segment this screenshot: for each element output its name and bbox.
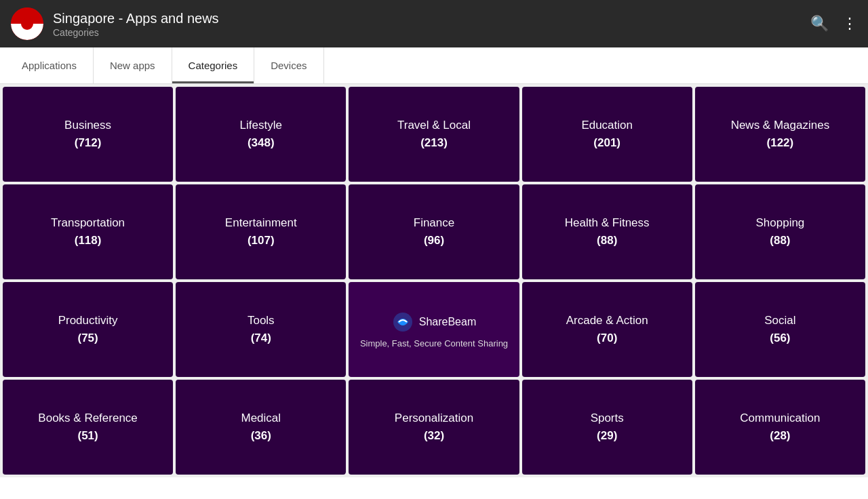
category-card[interactable]: Entertainment (107) xyxy=(176,184,346,279)
category-card[interactable]: Education (201) xyxy=(522,87,692,182)
category-name: News & Magazines xyxy=(731,119,830,132)
category-card[interactable]: Medical (36) xyxy=(176,380,346,475)
category-count: (96) xyxy=(424,234,444,247)
category-count: (51) xyxy=(77,429,98,443)
category-card[interactable]: Business (712) xyxy=(3,87,173,182)
category-count: (712) xyxy=(75,136,102,150)
categories-grid: Business (712) Lifestyle (348) Travel & … xyxy=(0,84,868,477)
category-count: (118) xyxy=(75,234,102,247)
category-count: (122) xyxy=(767,136,794,150)
header-actions: 🔍 ⋮ xyxy=(810,15,857,33)
category-card[interactable]: Communication (28) xyxy=(695,380,865,475)
category-name: Transportation xyxy=(51,216,125,230)
category-count: (56) xyxy=(770,332,790,345)
category-card[interactable]: Health & Fitness (88) xyxy=(522,184,692,279)
tab-devices[interactable]: Devices xyxy=(254,47,323,83)
category-name: Arcade & Action xyxy=(566,314,648,327)
category-name: Travel & Local xyxy=(397,119,471,132)
category-name: Productivity xyxy=(58,314,118,327)
category-card[interactable]: Sports (29) xyxy=(522,380,692,475)
header-subtitle: Categories xyxy=(53,27,810,38)
category-card[interactable]: Personalization (32) xyxy=(349,380,519,475)
category-card[interactable]: ShareBeam Simple, Fast, Secure Content S… xyxy=(349,282,519,377)
category-count: (348) xyxy=(248,136,275,150)
more-options-icon[interactable]: ⋮ xyxy=(842,15,857,33)
category-card[interactable]: News & Magazines (122) xyxy=(695,87,865,182)
category-name: Communication xyxy=(740,412,820,425)
header-text: Singapore - Apps and news Categories xyxy=(53,9,810,38)
category-name: Personalization xyxy=(395,412,473,425)
ad-tagline: Simple, Fast, Secure Content Sharing xyxy=(360,338,508,348)
header: Singapore - Apps and news Categories 🔍 ⋮ xyxy=(0,0,868,47)
nav-tabs: Applications New apps Categories Devices xyxy=(0,47,868,84)
tab-categories[interactable]: Categories xyxy=(172,47,255,83)
category-count: (213) xyxy=(420,136,448,150)
app-logo xyxy=(11,7,43,40)
category-card[interactable]: Shopping (88) xyxy=(695,184,865,279)
category-count: (75) xyxy=(77,332,98,345)
category-name: Books & Reference xyxy=(38,412,137,425)
category-name: Sports xyxy=(591,412,624,425)
category-card[interactable]: Transportation (118) xyxy=(3,184,173,279)
search-icon[interactable]: 🔍 xyxy=(810,15,829,33)
sharebeam-icon xyxy=(392,311,414,333)
category-name: Entertainment xyxy=(225,216,297,230)
category-card[interactable]: Finance (96) xyxy=(349,184,519,279)
category-count: (70) xyxy=(597,332,617,345)
category-count: (201) xyxy=(593,136,620,150)
category-card[interactable]: Arcade & Action (70) xyxy=(522,282,692,377)
category-count: (28) xyxy=(770,429,790,443)
category-count: (88) xyxy=(770,234,790,247)
category-card[interactable]: Productivity (75) xyxy=(3,282,173,377)
category-name: Social xyxy=(764,314,795,327)
ad-brand-name: ShareBeam xyxy=(419,316,477,328)
ad-logo: ShareBeam xyxy=(392,311,477,333)
category-card[interactable]: Social (56) xyxy=(695,282,865,377)
category-name: Finance xyxy=(414,216,454,230)
category-count: (107) xyxy=(248,234,275,247)
category-count: (74) xyxy=(251,332,271,345)
category-card[interactable]: Tools (74) xyxy=(176,282,346,377)
category-card[interactable]: Travel & Local (213) xyxy=(349,87,519,182)
tab-new-apps[interactable]: New apps xyxy=(94,47,172,83)
category-name: Lifestyle xyxy=(240,119,282,132)
category-card[interactable]: Lifestyle (348) xyxy=(176,87,346,182)
category-card[interactable]: Books & Reference (51) xyxy=(3,380,173,475)
category-name: Medical xyxy=(241,412,281,425)
category-name: Shopping xyxy=(755,216,804,230)
category-name: Health & Fitness xyxy=(565,216,650,230)
category-count: (29) xyxy=(597,429,617,443)
category-count: (32) xyxy=(424,429,444,443)
category-count: (88) xyxy=(597,234,617,247)
category-count: (36) xyxy=(251,429,271,443)
category-name: Tools xyxy=(248,314,275,327)
header-title: Singapore - Apps and news xyxy=(53,9,810,27)
category-name: Business xyxy=(64,119,111,132)
category-name: Education xyxy=(581,119,633,132)
tab-applications[interactable]: Applications xyxy=(5,47,94,83)
